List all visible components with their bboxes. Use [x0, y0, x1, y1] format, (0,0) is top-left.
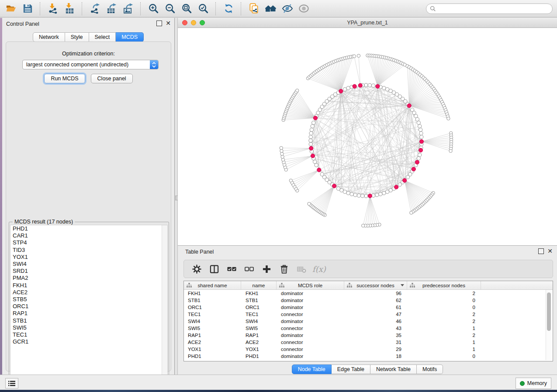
- table-options-icon[interactable]: [190, 262, 203, 275]
- cell-name[interactable]: ORC1: [241, 305, 277, 310]
- run-mcds-button[interactable]: Run MCDS: [44, 74, 85, 83]
- split-panel-icon[interactable]: [208, 262, 221, 275]
- delete-column-icon[interactable]: [277, 262, 291, 275]
- cell-pred[interactable]: 2: [407, 319, 481, 324]
- node-table[interactable]: shared namenameMCDS rolesuccessor nodesp…: [183, 281, 553, 361]
- mcds-result-item[interactable]: TEC1: [10, 331, 167, 338]
- float-panel-icon[interactable]: [538, 248, 544, 254]
- cell-role[interactable]: dominator: [277, 291, 344, 296]
- import-network-icon[interactable]: [46, 2, 60, 16]
- table-row-phd1[interactable]: PHD1PHD1dominator180: [184, 353, 553, 360]
- export-table-icon[interactable]: [104, 2, 118, 16]
- clone-network-icon[interactable]: [247, 2, 261, 16]
- close-panel-button[interactable]: Close panel: [91, 74, 133, 83]
- cell-role[interactable]: connector: [277, 347, 344, 352]
- show-graphics-details-icon[interactable]: [297, 2, 311, 16]
- clear-table-icon[interactable]: [295, 262, 308, 275]
- tab-network-table[interactable]: Network Table: [370, 364, 417, 374]
- mcds-result-item[interactable]: FKH1: [10, 282, 167, 289]
- refresh-icon[interactable]: [221, 2, 235, 16]
- cell-succ[interactable]: 35: [344, 333, 407, 338]
- cell-shared[interactable]: PHD1: [184, 354, 241, 359]
- criterion-dropdown[interactable]: largest connected component (undirected): [22, 60, 159, 69]
- cell-role[interactable]: dominator: [277, 305, 344, 310]
- cell-role[interactable]: dominator: [277, 333, 344, 338]
- cell-pred[interactable]: 0: [407, 305, 481, 310]
- cell-pred[interactable]: 0: [407, 354, 481, 359]
- table-row-swi4[interactable]: SWI4SWI4dominator462: [184, 318, 553, 325]
- hide-graphics-details-icon[interactable]: [280, 2, 294, 16]
- cell-name[interactable]: TEC1: [241, 312, 277, 317]
- tab-motifs[interactable]: Motifs: [417, 364, 443, 374]
- network-view-canvas[interactable]: [178, 28, 557, 245]
- tab-style[interactable]: Style: [65, 32, 89, 42]
- export-network-icon[interactable]: [88, 2, 102, 16]
- mcds-result-list[interactable]: PHD1CAR1STP4TID3YOX1SWI4SRD1PMA2FKH1ACE2…: [10, 225, 168, 384]
- mcds-result-item[interactable]: SRD1: [10, 268, 167, 275]
- cell-shared[interactable]: STB1: [184, 298, 241, 303]
- tab-select[interactable]: Select: [89, 32, 116, 42]
- cell-role[interactable]: connector: [277, 340, 344, 345]
- cell-succ[interactable]: 46: [344, 319, 407, 324]
- mcds-result-item[interactable]: YOX1: [10, 254, 167, 261]
- table-row-orc1[interactable]: ORC1ORC1dominator610: [184, 304, 553, 311]
- cell-shared[interactable]: ORC1: [184, 305, 241, 310]
- cell-role[interactable]: dominator: [277, 354, 344, 359]
- cell-succ[interactable]: 18: [344, 354, 407, 359]
- cell-role[interactable]: connector: [277, 326, 344, 331]
- search-box[interactable]: [426, 3, 553, 14]
- cell-pred[interactable]: 2: [407, 312, 481, 317]
- cell-name[interactable]: SWI5: [241, 326, 277, 331]
- table-scrollbar[interactable]: [546, 290, 552, 360]
- panel-splitter[interactable]: [175, 18, 178, 375]
- task-history-button[interactable]: [5, 378, 18, 389]
- cell-pred[interactable]: 2: [407, 333, 481, 338]
- cell-succ[interactable]: 62: [344, 298, 407, 303]
- import-table-icon[interactable]: [62, 2, 76, 16]
- memory-button[interactable]: Memory: [515, 378, 551, 389]
- cell-role[interactable]: dominator: [277, 319, 344, 324]
- mcds-result-item[interactable]: PMA2: [10, 275, 167, 282]
- zoom-out-icon[interactable]: [163, 2, 177, 16]
- mcds-result-item[interactable]: RAP1: [10, 310, 167, 317]
- float-panel-icon[interactable]: [156, 21, 162, 26]
- cell-succ[interactable]: 29: [344, 347, 407, 352]
- column-header-name[interactable]: name: [241, 281, 277, 289]
- zoom-selected-icon[interactable]: [196, 2, 210, 16]
- network-window-titlebar[interactable]: YPA_prune.txt_1: [178, 18, 557, 28]
- cell-name[interactable]: YOX1: [241, 347, 277, 352]
- tab-node-table[interactable]: Node Table: [292, 364, 332, 374]
- add-column-icon[interactable]: [260, 262, 273, 275]
- table-row-fkh1[interactable]: FKH1FKH1dominator962: [184, 290, 553, 297]
- cell-succ[interactable]: 43: [344, 326, 407, 331]
- mcds-result-item[interactable]: GCR1: [10, 338, 167, 345]
- cell-name[interactable]: PHD1: [241, 354, 277, 359]
- cell-role[interactable]: dominator: [277, 298, 344, 303]
- mcds-list-scrollbar[interactable]: [162, 225, 167, 383]
- cell-pred[interactable]: 1: [407, 340, 481, 345]
- cell-role[interactable]: connector: [277, 312, 344, 317]
- export-image-icon[interactable]: [121, 2, 135, 16]
- open-file-icon[interactable]: [4, 2, 18, 16]
- column-header-shared-name[interactable]: shared name: [184, 281, 241, 289]
- first-neighbors-icon[interactable]: [263, 2, 277, 16]
- mcds-result-item[interactable]: STB1: [10, 317, 167, 324]
- table-row-rap1[interactable]: RAP1RAP1dominator352: [184, 332, 553, 339]
- function-builder-icon[interactable]: f(x): [312, 262, 326, 275]
- close-panel-icon[interactable]: ✕: [547, 249, 553, 254]
- cell-pred[interactable]: 1: [407, 347, 481, 352]
- tab-mcds[interactable]: MCDS: [116, 32, 144, 42]
- save-icon[interactable]: [21, 2, 35, 16]
- mcds-result-item[interactable]: PHD1: [10, 225, 167, 232]
- cell-name[interactable]: SWI4: [241, 319, 277, 324]
- cell-shared[interactable]: SWI4: [184, 319, 241, 324]
- table-row-tec1[interactable]: TEC1TEC1connector472: [184, 311, 553, 318]
- table-scrollbar-thumb[interactable]: [547, 292, 551, 331]
- cell-name[interactable]: RAP1: [241, 333, 277, 338]
- close-panel-icon[interactable]: ✕: [166, 21, 171, 26]
- cell-succ[interactable]: 47: [344, 312, 407, 317]
- mcds-result-item[interactable]: ORC1: [10, 303, 167, 310]
- cell-pred[interactable]: 2: [407, 291, 481, 296]
- table-row-swi5[interactable]: SWI5SWI5connector431: [184, 325, 553, 332]
- cell-name[interactable]: STB1: [241, 298, 277, 303]
